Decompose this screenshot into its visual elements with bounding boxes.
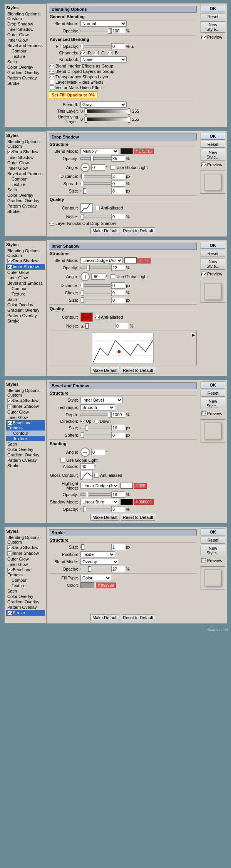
ds-global-light-checkbox[interactable] [110,165,115,170]
preview-checkbox-5[interactable]: ✓ [201,558,206,563]
ds-size-slider[interactable] [80,190,111,192]
sidebar-2-blending[interactable]: Blending Options: Custom [6,139,45,149]
sidebar-3-inner-glow[interactable]: Inner Glow [6,275,45,280]
st-size-input[interactable] [111,544,125,550]
sidebar-5-bevel[interactable]: ✓Bevel and Emboss [6,567,45,578]
is-reset-default-btn[interactable]: Reset to Default [121,367,155,374]
be-technique-select[interactable]: Smooth [80,404,115,410]
new-style-button-4[interactable]: New Style... [201,398,225,409]
ok-button-2[interactable]: OK [201,133,225,140]
is-contour-preview[interactable] [80,312,93,322]
st-fill-type-select[interactable]: Color [80,575,111,581]
ok-button-4[interactable]: OK [201,382,225,388]
sidebar-item-drop-shadow-1[interactable]: Drop Shadow [6,21,45,27]
ds-spread-slider[interactable] [80,182,111,185]
be-shadow-opacity-slider[interactable] [80,508,111,510]
sidebar-4-blending[interactable]: Blending Options: Custom [6,388,45,398]
sidebar-3-drop-shadow[interactable]: ✓Drop Shadow [6,258,45,264]
sidebar-item-bevel-emboss-1[interactable]: Bevel and Emboss [6,43,45,48]
is-angle-input[interactable] [91,274,105,280]
ds-angle-dial[interactable] [80,163,90,172]
st-blend-mode-select[interactable]: Overlay [80,559,119,565]
sidebar-item-satin-1[interactable]: Satin [6,59,45,64]
ds-distance-slider[interactable] [80,175,111,177]
be-depth-slider[interactable] [80,414,111,416]
be-gloss-contour-preview[interactable] [80,471,93,480]
reset-button-3[interactable]: Reset [201,250,225,257]
sidebar-2-outer-glow[interactable]: Outer Glow [6,160,45,165]
sidebar-4-pattern-overlay[interactable]: Pattern Overlay [6,458,45,463]
be-angle-input[interactable] [91,449,105,455]
sidebar-2-stroke[interactable]: Stroke [6,209,45,214]
be-style-select[interactable]: Inner Bevel [80,397,123,403]
sidebar-4-gradient-overlay[interactable]: Gradient Overlay [6,452,45,458]
sidebar-item-stroke-1[interactable]: Stroke [6,81,45,86]
contour-expand-btn[interactable]: ▶ [192,333,195,338]
reset-button-5[interactable]: Reset [201,537,225,544]
be-shadow-color-swatch[interactable] [121,499,133,505]
sidebar-4-outer-glow[interactable]: Outer Glow [6,409,45,415]
sidebar-4-satin[interactable]: Satin [6,441,45,447]
sidebar-4-inner-shadow[interactable]: ✓Inner Shadow [6,404,45,409]
ds-spread-input[interactable] [111,181,125,187]
is-distance-slider[interactable] [80,284,111,287]
reset-button-1[interactable]: Reset [201,13,225,20]
st-opacity-slider[interactable] [80,568,111,570]
ds-opacity-slider[interactable] [80,157,111,160]
sidebar-item-contour-1[interactable]: Contour [6,48,45,54]
sidebar-3-inner-shadow[interactable]: ✓Inner Shadow [6,264,45,270]
sidebar-item-outer-glow-1[interactable]: Outer Glow [6,32,45,37]
ds-noise-input[interactable] [111,214,125,220]
is-choke-slider[interactable] [80,292,111,294]
underlying-left-thumb[interactable] [85,117,87,123]
be-angle-dial[interactable] [80,448,90,457]
new-style-button-1[interactable]: New Style... [201,21,225,33]
transparency-checkbox[interactable]: ✓ [50,74,54,79]
sidebar-3-color-overlay[interactable]: Color Overlay [6,302,45,307]
is-color-swatch[interactable] [124,257,137,263]
is-anti-aliased-checkbox[interactable]: ✓ [95,315,100,319]
ds-size-input[interactable] [111,188,125,194]
is-angle-dial[interactable] [80,272,90,281]
opacity-slider[interactable] [80,30,111,32]
be-reset-default-btn[interactable]: Reset to Default [121,514,155,521]
new-style-button-5[interactable]: New Style... [201,545,225,556]
sidebar-2-texture[interactable]: Texture [6,182,45,187]
st-color-swatch[interactable] [80,582,94,588]
be-shadow-opacity-input[interactable] [111,506,125,512]
is-blend-mode-select[interactable]: Linear Dodge (Add) [80,257,123,263]
sidebar-4-texture[interactable]: Texture [6,436,45,441]
sidebar-5-drop-shadow[interactable]: ✓Drop Shadow [6,545,45,551]
ds-opacity-input[interactable] [111,155,125,162]
fill-opacity-input[interactable] [111,43,125,49]
sidebar-3-bevel[interactable]: Bevel and Emboss [6,280,45,286]
sidebar-item-texture-1[interactable]: Texture [6,54,45,59]
be-size-input[interactable] [111,425,125,431]
sidebar-3-gradient-overlay[interactable]: Gradient Overlay [6,307,45,313]
ok-button-3[interactable]: OK [201,242,225,249]
ds-angle-input[interactable] [91,164,105,171]
sidebar-item-gradient-overlay-1[interactable]: Gradient Overlay [6,70,45,75]
preview-checkbox-4[interactable]: ✓ [201,411,206,416]
opacity-input[interactable] [111,28,125,34]
knockout-select[interactable]: None [80,56,127,62]
sidebar-3-outer-glow[interactable]: Outer Glow [6,270,45,275]
ds-reset-default-btn[interactable]: Reset to Default [121,227,155,234]
st-opacity-input[interactable] [111,566,125,572]
st-make-default-btn[interactable]: Make Default [90,614,119,621]
be-size-slider[interactable] [80,427,111,429]
sidebar-2-inner-shadow[interactable]: Inner Shadow [6,155,45,160]
ds-distance-input[interactable] [111,173,125,179]
ds-make-default-btn[interactable]: Make Default [90,227,119,234]
be-depth-input[interactable] [111,412,125,418]
ok-button-1[interactable]: OK [201,5,225,12]
fill-opacity-slider[interactable] [80,45,111,47]
preview-checkbox-3[interactable]: ✓ [201,272,206,276]
ds-contour-preview[interactable] [80,203,93,213]
be-anti-aliased-checkbox[interactable] [94,473,99,478]
ds-knocks-out-checkbox[interactable]: ✓ [50,221,54,226]
sidebar-5-outer-glow[interactable]: Outer Glow [6,556,45,562]
sidebar-4-stroke[interactable]: Stroke [6,463,45,468]
st-position-select[interactable]: Inside [80,551,115,557]
sidebar-5-inner-shadow[interactable]: ✓Inner Shadow [6,551,45,556]
